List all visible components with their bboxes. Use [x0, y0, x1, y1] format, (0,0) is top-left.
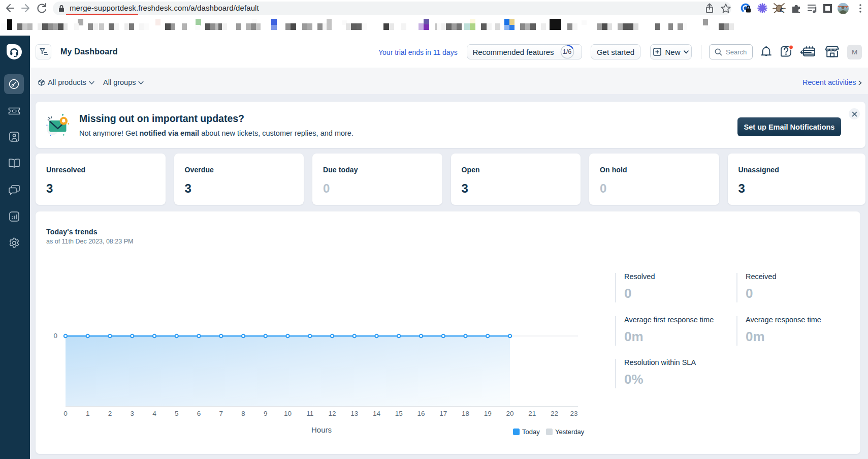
svg-text:10: 10 — [284, 410, 292, 417]
svg-text:4: 4 — [152, 410, 156, 417]
svg-text:19: 19 — [484, 410, 492, 417]
svg-text:Hours: Hours — [311, 425, 332, 434]
svg-text:20: 20 — [506, 410, 513, 417]
svg-text:12: 12 — [328, 410, 336, 417]
svg-text:C: C — [780, 8, 784, 13]
svg-text:22: 22 — [551, 410, 558, 417]
svg-text:6: 6 — [197, 410, 201, 417]
svg-text:18: 18 — [462, 410, 469, 417]
svg-text:11: 11 — [306, 410, 313, 417]
svg-text:17: 17 — [439, 410, 447, 417]
svg-text:13: 13 — [350, 410, 358, 417]
svg-text:8: 8 — [241, 410, 245, 417]
svg-text:0: 0 — [53, 332, 57, 340]
svg-text:23: 23 — [570, 410, 577, 417]
svg-text:7: 7 — [219, 410, 223, 417]
svg-text:9: 9 — [264, 410, 268, 417]
svg-text:3: 3 — [130, 410, 134, 417]
svg-text:21: 21 — [528, 410, 536, 417]
svg-text:14: 14 — [373, 410, 381, 417]
svg-text:16: 16 — [417, 410, 425, 417]
svg-text:15: 15 — [395, 410, 403, 417]
svg-text:1: 1 — [86, 410, 90, 417]
svg-text:5: 5 — [175, 410, 179, 417]
svg-text:0: 0 — [63, 410, 68, 417]
svg-text:2: 2 — [108, 410, 112, 417]
